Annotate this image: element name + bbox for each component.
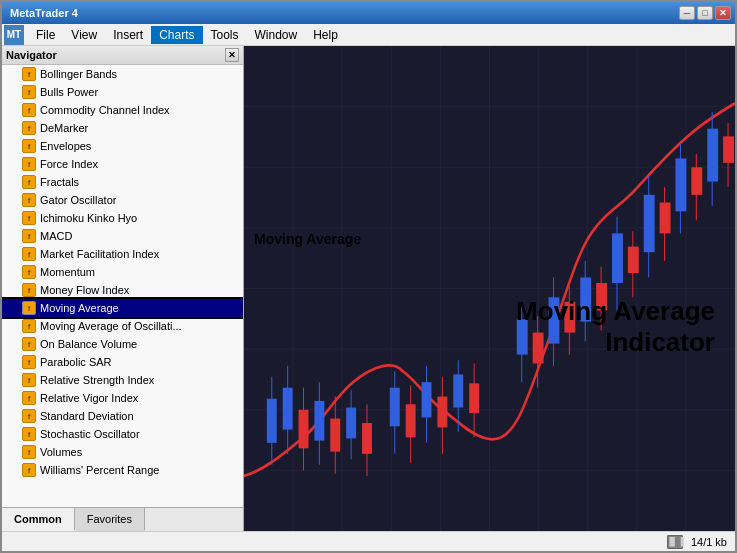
- indicator-item-envelopes[interactable]: fEnvelopes: [2, 137, 243, 155]
- indicator-item-mfi[interactable]: fMarket Facilitation Index: [2, 245, 243, 263]
- indicator-item-rvi[interactable]: fRelative Vigor Index: [2, 389, 243, 407]
- indicator-label-parabolic: Parabolic SAR: [40, 356, 112, 368]
- indicator-label-moneyflow: Money Flow Index: [40, 284, 129, 296]
- indicator-label-force: Force Index: [40, 158, 98, 170]
- indicator-icon-ichimoku: f: [22, 211, 36, 225]
- tab-favorites[interactable]: Favorites: [75, 508, 145, 531]
- indicator-icon-rsi: f: [22, 373, 36, 387]
- svg-rect-70: [723, 136, 734, 162]
- indicator-icon-rvi: f: [22, 391, 36, 405]
- indicator-label-momentum: Momentum: [40, 266, 95, 278]
- svg-rect-48: [549, 297, 560, 343]
- indicator-icon-volumes: f: [22, 445, 36, 459]
- menu-file[interactable]: File: [28, 26, 63, 44]
- maximize-button[interactable]: □: [697, 6, 713, 20]
- indicator-item-ma[interactable]: fMoving Average: [2, 299, 243, 317]
- menu-view[interactable]: View: [63, 26, 105, 44]
- indicator-item-macd[interactable]: fMACD: [2, 227, 243, 245]
- indicator-label-mfi: Market Facilitation Index: [40, 248, 159, 260]
- indicator-label-fractals: Fractals: [40, 176, 79, 188]
- indicator-icon-obv: f: [22, 337, 36, 351]
- indicator-item-moneyflow[interactable]: fMoney Flow Index: [2, 281, 243, 299]
- menu-bar: MT File View Insert Charts Tools Window …: [2, 24, 735, 46]
- status-bar: ▐▌▐ 14/1 kb: [2, 531, 735, 551]
- indicator-label-mao: Moving Average of Oscillati...: [40, 320, 182, 332]
- svg-rect-38: [437, 397, 447, 428]
- indicator-item-volumes[interactable]: fVolumes: [2, 443, 243, 461]
- menu-insert[interactable]: Insert: [105, 26, 151, 44]
- indicator-item-williams[interactable]: fWilliams' Percent Range: [2, 461, 243, 479]
- indicator-icon-bulls: f: [22, 85, 36, 99]
- indicator-icon-mfi: f: [22, 247, 36, 261]
- indicator-item-ichimoku[interactable]: fIchimoku Kinko Hyo: [2, 209, 243, 227]
- app-logo: MT: [4, 25, 24, 45]
- svg-rect-30: [362, 423, 372, 454]
- indicator-label-rsi: Relative Strength Index: [40, 374, 154, 386]
- svg-rect-26: [330, 419, 340, 452]
- indicator-item-bulls[interactable]: fBulls Power: [2, 83, 243, 101]
- svg-rect-20: [283, 388, 293, 430]
- svg-rect-40: [453, 374, 463, 407]
- indicator-item-momentum[interactable]: fMomentum: [2, 263, 243, 281]
- indicator-label-macd: MACD: [40, 230, 72, 242]
- menu-help[interactable]: Help: [305, 26, 346, 44]
- indicator-label-cci: Commodity Channel Index: [40, 104, 170, 116]
- title-bar-text: MetaTrader 4: [6, 7, 78, 19]
- status-icons: ▐▌▐: [667, 535, 683, 549]
- file-info: 14/1 kb: [691, 536, 727, 548]
- indicator-icon-force: f: [22, 157, 36, 171]
- indicator-label-obv: On Balance Volume: [40, 338, 137, 350]
- indicator-item-fractals[interactable]: fFractals: [2, 173, 243, 191]
- indicator-icon-cci: f: [22, 103, 36, 117]
- indicator-item-parabolic[interactable]: fParabolic SAR: [2, 353, 243, 371]
- svg-rect-62: [660, 203, 671, 234]
- navigator-header: Navigator ✕: [2, 46, 243, 65]
- indicator-item-obv[interactable]: fOn Balance Volume: [2, 335, 243, 353]
- indicator-item-cci[interactable]: fCommodity Channel Index: [2, 101, 243, 119]
- tab-common[interactable]: Common: [2, 508, 75, 531]
- svg-rect-28: [346, 408, 356, 439]
- svg-rect-18: [267, 399, 277, 443]
- svg-rect-42: [469, 383, 479, 413]
- chart-area: Moving Average Moving Average Indicator: [244, 46, 735, 531]
- indicator-list[interactable]: fBollinger BandsfBulls PowerfCommodity C…: [2, 65, 243, 507]
- navigator-title: Navigator: [6, 49, 57, 61]
- menu-charts[interactable]: Charts: [151, 26, 202, 44]
- indicator-icon-demarker: f: [22, 121, 36, 135]
- indicator-item-demarker[interactable]: fDeMarker: [2, 119, 243, 137]
- indicator-item-mao[interactable]: fMoving Average of Oscillati...: [2, 317, 243, 335]
- indicator-label-stddev: Standard Deviation: [40, 410, 134, 422]
- svg-rect-22: [299, 410, 309, 449]
- indicator-icon-gator: f: [22, 193, 36, 207]
- indicator-icon-macd: f: [22, 229, 36, 243]
- indicator-icon-moneyflow: f: [22, 283, 36, 297]
- indicator-item-force[interactable]: fForce Index: [2, 155, 243, 173]
- indicator-item-bollinger[interactable]: fBollinger Bands: [2, 65, 243, 83]
- indicator-item-gator[interactable]: fGator Oscillator: [2, 191, 243, 209]
- indicator-icon-fractals: f: [22, 175, 36, 189]
- svg-rect-56: [612, 233, 623, 283]
- indicator-item-stochastic[interactable]: fStochastic Oscillator: [2, 425, 243, 443]
- svg-rect-60: [644, 195, 655, 252]
- indicator-item-stddev[interactable]: fStandard Deviation: [2, 407, 243, 425]
- menu-tools[interactable]: Tools: [203, 26, 247, 44]
- indicator-label-bulls: Bulls Power: [40, 86, 98, 98]
- minimize-button[interactable]: ─: [679, 6, 695, 20]
- navigator-panel: Navigator ✕ fBollinger BandsfBulls Power…: [2, 46, 244, 531]
- indicator-label-gator: Gator Oscillator: [40, 194, 116, 206]
- indicator-icon-ma: f: [22, 301, 36, 315]
- menu-window[interactable]: Window: [247, 26, 306, 44]
- indicator-icon-williams: f: [22, 463, 36, 477]
- svg-rect-68: [707, 129, 718, 182]
- indicator-item-rsi[interactable]: fRelative Strength Index: [2, 371, 243, 389]
- close-button[interactable]: ✕: [715, 6, 731, 20]
- indicator-icon-bollinger: f: [22, 67, 36, 81]
- svg-rect-46: [533, 333, 544, 364]
- navigator-close-button[interactable]: ✕: [225, 48, 239, 62]
- svg-rect-66: [691, 167, 702, 195]
- indicator-label-volumes: Volumes: [40, 446, 82, 458]
- indicator-icon-stddev: f: [22, 409, 36, 423]
- indicator-label-envelopes: Envelopes: [40, 140, 91, 152]
- navigator-tabs: Common Favorites: [2, 507, 243, 531]
- indicator-label-bollinger: Bollinger Bands: [40, 68, 117, 80]
